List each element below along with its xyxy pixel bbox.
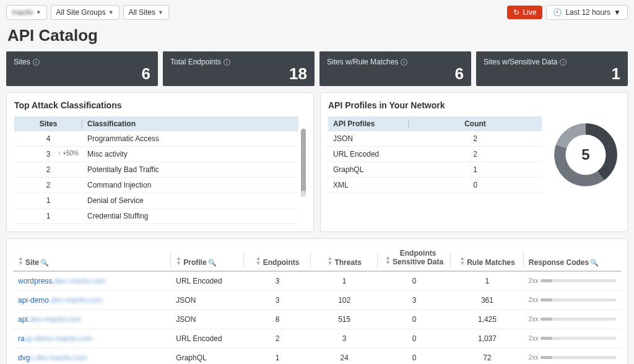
stat-label: Sites w/Sensitive Data <box>484 58 557 66</box>
site-cell: rasp.demo-mactiv.com <box>13 329 171 348</box>
rule-matches-cell: 1,037 <box>451 329 524 348</box>
scope-label: mactiv <box>12 8 33 17</box>
stat-value: 18 <box>289 64 307 84</box>
col-threats[interactable]: ▲▼Threats <box>311 245 378 271</box>
attack-row[interactable]: 1Denial of Service <box>14 193 298 209</box>
rule-matches-cell: 1,425 <box>451 310 524 329</box>
profile-cell: URL Encoded <box>171 329 244 348</box>
site-cell: api-demo.dev-mactiv.com <box>13 290 171 310</box>
col-sensitive[interactable]: ▲▼EndpointsSensitive Data <box>378 245 451 271</box>
classification-cell: Potentially Bad Traffic <box>82 162 298 178</box>
table-row: api-demo.dev-mactiv.com JSON 3 102 3 361… <box>13 290 621 310</box>
site-link[interactable]: rasp.demo-mactiv.com <box>18 334 92 343</box>
stat-value: 1 <box>612 64 620 84</box>
classification-cell: Command Injection <box>82 178 298 193</box>
sites-cell: 2 <box>14 162 82 178</box>
attack-row[interactable]: 3↑ +50%Misc activity <box>14 147 298 162</box>
info-icon[interactable]: i <box>560 59 567 66</box>
profile-row[interactable]: JSON2 <box>328 131 542 147</box>
attack-row[interactable]: 1Credential Stuffing <box>14 209 298 224</box>
site-groups-select[interactable]: All Site Groups ▼ <box>51 5 119 20</box>
sensitive-cell: 0 <box>378 329 451 348</box>
col-endpoints[interactable]: ▲▼Endpoints <box>244 245 311 271</box>
endpoints-cell: 3 <box>244 290 311 310</box>
rule-matches-cell: 72 <box>451 348 524 364</box>
col-classification[interactable]: Classification <box>82 116 298 131</box>
sort-icon: ▲▼ <box>176 256 181 266</box>
attack-row[interactable]: 4Programmatic Access <box>14 131 298 147</box>
stat-card-rule-matches: Sites w/Rule Matches i 6 <box>319 51 471 86</box>
profile-row[interactable]: URL Encoded2 <box>328 147 542 162</box>
site-link[interactable]: wordpress.dev-mactiv.com <box>18 277 106 285</box>
page-title: API Catalog <box>0 25 634 51</box>
col-profile[interactable]: API Profiles <box>328 116 409 131</box>
info-icon[interactable]: i <box>33 59 40 66</box>
rule-matches-cell: 361 <box>451 290 524 310</box>
threats-cell: 24 <box>311 348 378 364</box>
info-icon[interactable]: i <box>224 59 230 66</box>
table-row: dvgs.dev-mactiv.com GraphQL 1 24 0 72 2x… <box>13 348 621 364</box>
main-table-panel: ▲▼Site🔍 ▲▼Profile🔍 ▲▼Endpoints ▲▼Threats… <box>6 238 628 364</box>
sort-icon: ▲▼ <box>459 256 465 266</box>
col-site[interactable]: ▲▼Site🔍 <box>13 245 171 271</box>
sites-table: ▲▼Site🔍 ▲▼Profile🔍 ▲▼Endpoints ▲▼Threats… <box>13 245 621 364</box>
sites-cell: 3↑ +50% <box>14 147 82 162</box>
sites-select[interactable]: All Sites ▼ <box>123 5 169 20</box>
attack-row[interactable]: 2Command Injection <box>14 178 298 193</box>
classification-cell: Credential Stuffing <box>82 209 298 224</box>
panel-title: API Profiles in Your Network <box>328 100 620 110</box>
count-cell: 1 <box>409 162 542 178</box>
response-codes-cell: 2xx <box>524 310 621 329</box>
search-icon[interactable]: 🔍 <box>590 259 599 266</box>
col-sites[interactable]: Sites <box>14 116 82 131</box>
profile-cell: URL Encoded <box>171 271 244 291</box>
stat-value: 6 <box>455 64 464 84</box>
live-label: Live <box>523 8 536 17</box>
endpoints-cell: 8 <box>244 310 311 329</box>
caret-down-icon: ▼ <box>108 9 114 15</box>
info-icon[interactable]: i <box>401 59 407 66</box>
scrollbar[interactable] <box>301 129 306 197</box>
sensitive-cell: 0 <box>378 310 451 329</box>
refresh-icon: ↻ <box>513 8 519 17</box>
profile-cell: XML <box>328 178 409 193</box>
col-profile[interactable]: ▲▼Profile🔍 <box>171 245 244 271</box>
sensitive-cell: 0 <box>378 348 451 364</box>
count-cell: 0 <box>409 178 542 193</box>
attack-row[interactable]: 2Potentially Bad Traffic <box>14 162 298 178</box>
sort-icon: ▲▼ <box>18 256 24 266</box>
sensitive-cell: 0 <box>378 271 451 291</box>
search-icon[interactable]: 🔍 <box>208 259 217 266</box>
panel-title: Top Attack Classifications <box>14 100 306 110</box>
site-link[interactable]: api-demo.dev-mactiv.com <box>18 296 103 305</box>
caret-down-icon: ▼ <box>158 9 163 15</box>
classification-cell: Denial of Service <box>82 193 298 209</box>
table-row: rasp.demo-mactiv.com URL Encoded 2 3 0 1… <box>13 329 621 348</box>
panels-row: Top Attack Classifications Sites Classif… <box>0 86 634 238</box>
site-groups-label: All Site Groups <box>56 8 106 17</box>
col-response-codes[interactable]: Response Codes🔍 <box>524 245 621 271</box>
profile-cell: JSON <box>171 310 244 329</box>
profiles-table: API Profiles Count JSON2URL Encoded2Grap… <box>328 116 542 193</box>
site-link[interactable]: api.dev-mactiv.com <box>18 315 82 324</box>
search-icon[interactable]: 🔍 <box>40 259 49 266</box>
profile-cell: JSON <box>171 290 244 310</box>
timerange-select[interactable]: 🕘 Last 12 hours ▼ <box>546 5 628 20</box>
donut-chart: 5 <box>552 121 620 189</box>
threats-cell: 1 <box>311 271 378 291</box>
count-cell: 2 <box>409 131 542 147</box>
col-count[interactable]: Count <box>409 116 542 131</box>
profile-row[interactable]: XML0 <box>328 178 542 193</box>
stat-label: Sites w/Rule Matches <box>327 58 398 66</box>
profile-row[interactable]: GraphQL1 <box>328 162 542 178</box>
endpoints-cell: 2 <box>244 329 311 348</box>
col-rule-matches[interactable]: ▲▼Rule Matches <box>451 245 524 271</box>
scope-select[interactable]: mactiv ▼ <box>6 5 47 20</box>
attack-table: Sites Classification 4Programmatic Acces… <box>14 116 298 224</box>
classification-cell: Misc activity <box>82 147 298 162</box>
endpoints-cell: 3 <box>244 271 311 291</box>
live-button[interactable]: ↻ Live <box>507 6 542 19</box>
endpoints-cell: 1 <box>244 348 311 364</box>
top-bar: mactiv ▼ All Site Groups ▼ All Sites ▼ ↻… <box>0 0 634 25</box>
site-link[interactable]: dvgs.dev-mactiv.com <box>18 353 87 362</box>
